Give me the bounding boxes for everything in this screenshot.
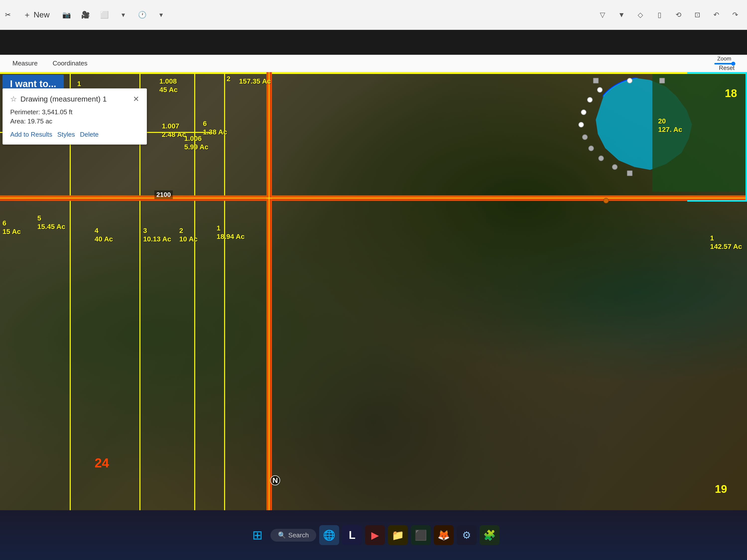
- cyan-border-right: [746, 72, 747, 202]
- zoom-dot: [731, 62, 735, 66]
- parcel-label-p1006: 1.006 5.99 Ac: [184, 134, 208, 151]
- measure-bar: Measure Coordinates Zoom Reset: [0, 55, 747, 72]
- zoom-label: Zoom: [717, 55, 731, 62]
- taskbar-firefox-icon[interactable]: 🦊: [434, 525, 454, 545]
- cyan-border-top: [687, 72, 747, 74]
- timer-icon[interactable]: 🕐: [135, 8, 149, 22]
- timer-chevron-icon[interactable]: ▾: [154, 8, 168, 22]
- road-v-yellow-line: [268, 72, 270, 510]
- phone-icon[interactable]: ▯: [652, 8, 666, 22]
- measurement-dot[interactable]: [588, 145, 594, 151]
- section-19-label: 19: [715, 483, 727, 495]
- measurement-dot-square[interactable]: [593, 78, 599, 83]
- parcel-label-p6-bot: 6 15 Ac: [2, 219, 21, 236]
- chevron-down-icon[interactable]: ▾: [116, 8, 130, 22]
- parcel-label-p2-top: 2: [227, 75, 231, 83]
- rectangle-icon[interactable]: ⬜: [97, 8, 111, 22]
- taskbar-puzzle-icon[interactable]: 🧩: [480, 525, 499, 545]
- new-button[interactable]: ＋ New: [18, 7, 54, 22]
- measurement-dot[interactable]: [597, 87, 602, 92]
- close-button[interactable]: ✕: [133, 95, 139, 103]
- funnel2-icon[interactable]: ▼: [615, 8, 628, 22]
- measurement-dot-square[interactable]: [627, 170, 633, 176]
- parcel-label-p3: 3 10.13 Ac: [143, 226, 171, 243]
- measurement-dot[interactable]: [582, 134, 588, 140]
- measurement-dot[interactable]: [627, 78, 633, 83]
- measurement-popup: ☆ Drawing (measurement) 1 ✕ Perimeter: 3…: [2, 88, 147, 144]
- star-icon: ☆: [10, 95, 17, 103]
- rotate-icon[interactable]: ⟲: [671, 8, 685, 22]
- section-24-label: 24: [95, 455, 109, 471]
- windows-start-button[interactable]: ⊞: [248, 525, 267, 545]
- measurement-dot[interactable]: [612, 164, 618, 170]
- video-icon[interactable]: 🎥: [78, 8, 93, 22]
- north-indicator: N: [270, 475, 280, 485]
- area-label: Area: 19.75 ac: [10, 117, 139, 125]
- taskbar-center: ⊞ 🔍 Search 🌐 L ▶ 📁 ⬛ 🦊 ⚙ 🧩: [248, 525, 499, 545]
- parcel-label-p1008: 1.008 45 Ac: [159, 77, 178, 94]
- parcel-label-p1-bot: 1 18.94 Ac: [216, 224, 245, 241]
- measure-label[interactable]: Measure: [12, 59, 37, 67]
- measurement-dot[interactable]: [598, 156, 604, 161]
- new-label: New: [34, 10, 50, 20]
- perimeter-label: Perimeter: 3,541.05 ft: [10, 108, 139, 116]
- road-label: 2100: [154, 190, 173, 199]
- snipping-tool-title: ✂: [5, 11, 11, 19]
- add-to-results-link[interactable]: Add to Results: [10, 131, 52, 138]
- search-icon: 🔍: [278, 531, 286, 539]
- parcel-line-v4: [224, 72, 225, 510]
- eraser-icon[interactable]: ◇: [634, 8, 647, 22]
- popup-header: ☆ Drawing (measurement) 1 ✕: [10, 95, 139, 103]
- zoom-area: Zoom Reset: [714, 55, 735, 72]
- taskbar-video-icon[interactable]: ▶: [365, 525, 385, 545]
- measurement-dot-square[interactable]: [659, 78, 665, 83]
- measurement-dot[interactable]: [587, 97, 593, 103]
- taskbar-browser-icon[interactable]: 🌐: [319, 525, 339, 545]
- popup-title: Drawing (measurement) 1: [20, 95, 129, 103]
- undo-icon[interactable]: ↶: [709, 8, 723, 22]
- delete-link[interactable]: Delete: [80, 131, 99, 138]
- snipping-toolbar: ✂ ＋ New 📷 🎥 ⬜ ▾ 🕐 ▾ ▽ ▼ ◇ ▯ ⟲ ⊡ ↶ ↷: [0, 0, 747, 30]
- parcel-label-p2-top-acres: 157.35 Ac: [239, 77, 271, 86]
- taskbar-folder-icon[interactable]: 📁: [388, 525, 408, 545]
- parcel-label-p6-small: 6 1.38 Ac: [203, 119, 227, 136]
- crop-icon[interactable]: ⊡: [690, 8, 704, 22]
- parcel-label-p1007: 1.007 2.48 Ac: [162, 122, 186, 139]
- redo-icon[interactable]: ↷: [728, 8, 742, 22]
- taskbar-search[interactable]: 🔍 Search: [271, 529, 316, 541]
- cyan-border-bottom: [687, 200, 747, 202]
- taskbar-l-icon[interactable]: L: [342, 525, 362, 545]
- parcel-line-top: [0, 73, 747, 74]
- taskbar-app-icon[interactable]: ⬛: [411, 525, 431, 545]
- coordinates-label[interactable]: Coordinates: [53, 59, 87, 67]
- map-area[interactable]: 2100 1 155.82 Ac 1.008 45 Ac 2 157.35 Ac…: [0, 72, 747, 510]
- search-label: Search: [288, 531, 309, 539]
- measurement-dot-orange[interactable]: [603, 198, 609, 203]
- parcel-label-p2-bot: 2 10 Ac: [179, 226, 198, 243]
- section-18-label: 18: [725, 87, 737, 100]
- toolbar-right-area: ▽ ▼ ◇ ▯ ⟲ ⊡ ↶ ↷: [596, 8, 742, 22]
- parcel-label-p1-right: 1 142.57 Ac: [710, 234, 742, 250]
- parcel-label-p5: 5 15.45 Ac: [37, 214, 66, 231]
- parcel-label-p4: 4 40 Ac: [95, 226, 113, 243]
- taskbar: ⊞ 🔍 Search 🌐 L ▶ 📁 ⬛ 🦊 ⚙ 🧩: [0, 510, 747, 560]
- camera-icon[interactable]: 📷: [59, 8, 74, 22]
- styles-link[interactable]: Styles: [57, 131, 75, 138]
- taskbar-gear-icon[interactable]: ⚙: [457, 525, 476, 545]
- popup-links: Add to Results Styles Delete: [10, 131, 139, 138]
- zoom-slider[interactable]: [714, 63, 734, 64]
- measurement-dot[interactable]: [581, 109, 586, 115]
- road-h-yellow-line: [0, 197, 747, 199]
- measurement-dot[interactable]: [578, 122, 584, 128]
- plus-icon: ＋: [23, 9, 31, 20]
- funnel-icon[interactable]: ▽: [596, 8, 610, 22]
